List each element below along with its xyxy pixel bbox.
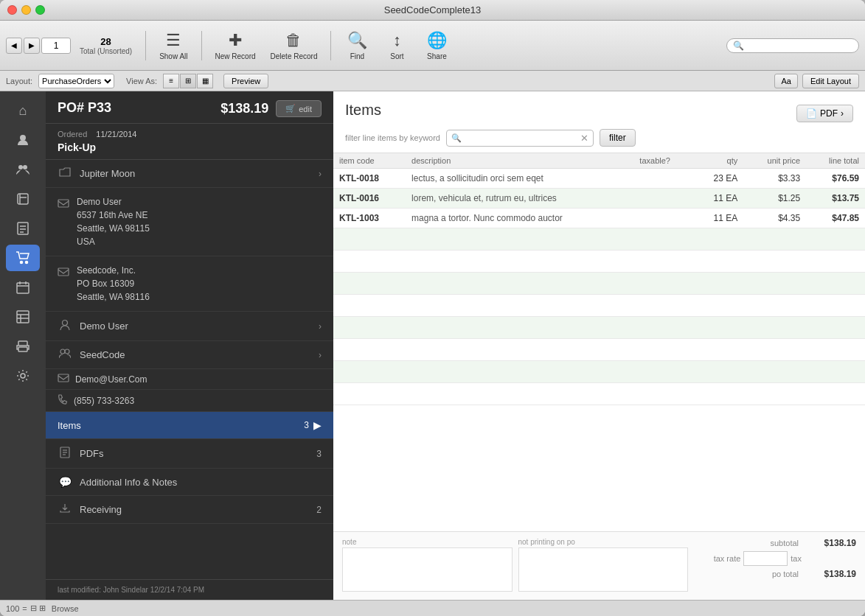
items-table-head: item code description taxable? qty unit …: [333, 153, 865, 169]
subtotal-value: $138.19: [805, 538, 856, 548]
pickup-label: Pick-Up: [58, 141, 96, 153]
sidebar-item-settings[interactable]: [6, 363, 40, 389]
svg-rect-14: [17, 311, 29, 323]
record-navigation: ◀ ▶ 1: [6, 38, 71, 54]
vendor-name: Jupiter Moon: [80, 168, 314, 179]
items-footer: note not printing on po subtotal $138.19…: [333, 531, 865, 600]
empty-table-row: [333, 361, 865, 383]
po-total-value: $138.19: [805, 569, 856, 579]
table-row: KTL-0016 lorem, vehicula et, rutrum eu, …: [333, 189, 865, 209]
record-number-input[interactable]: 1: [41, 38, 71, 54]
filter-input[interactable]: [465, 133, 580, 143]
person-icon: [58, 319, 72, 333]
mode-label: Browse: [52, 604, 79, 613]
next-record-button[interactable]: ▶: [24, 38, 40, 54]
share-button[interactable]: 🌐 Share: [418, 28, 455, 63]
table-view-button[interactable]: ⊞: [180, 74, 196, 88]
edit-layout-button[interactable]: Edit Layout: [802, 74, 859, 88]
filter-button[interactable]: filter: [600, 129, 636, 147]
item-price-cell: $4.35: [743, 209, 806, 228]
sidebar-item-home[interactable]: ⌂: [6, 97, 40, 124]
sort-button[interactable]: ↕ Sort: [378, 28, 415, 63]
zoom-level: 100 = ⊟ ⊞: [6, 603, 46, 613]
contact1-nav-item[interactable]: Demo User ›: [46, 312, 333, 341]
svg-point-0: [20, 135, 26, 141]
empty-table-row: [333, 339, 865, 361]
ordered-date: 11/21/2014: [96, 130, 136, 139]
list-view-button[interactable]: ≡: [163, 74, 179, 88]
maximize-button[interactable]: [35, 5, 45, 15]
pdf-expand-icon: ›: [841, 108, 844, 119]
item-qty-cell: 11 EA: [693, 189, 743, 209]
not-printing-area: not printing on po: [518, 538, 689, 594]
po-total-label: po total: [754, 570, 799, 578]
table-row: KTL-1003 magna a tortor. Nunc commodo au…: [333, 209, 865, 228]
not-printing-textarea[interactable]: [518, 547, 689, 592]
layoutbar: Layout: PurchaseOrders View As: ≡ ⊞ ▦ Pr…: [0, 71, 865, 91]
contact1-name: Demo User: [80, 321, 314, 332]
vendor-address: Seedcode, Inc. PO Box 16309 Seattle, WA …: [77, 264, 150, 304]
col-unit-price: unit price: [743, 153, 806, 169]
pdfs-nav-item[interactable]: PDFs 3: [46, 439, 333, 469]
zoom-value: 100: [6, 604, 19, 613]
layout-select[interactable]: PurchaseOrders: [38, 74, 114, 88]
pdf-button[interactable]: 📄 PDF ›: [796, 105, 853, 122]
contact2-nav-item[interactable]: SeedCode ›: [46, 341, 333, 369]
phone-value: (855) 733-3263: [74, 396, 134, 406]
find-icon: 🔍: [347, 31, 367, 50]
email-icon: [58, 374, 69, 385]
view-buttons: ≡ ⊞ ▦: [163, 74, 213, 88]
prev-record-button[interactable]: ◀: [6, 38, 22, 54]
sidebar-item-cart[interactable]: [6, 245, 40, 271]
close-button[interactable]: [7, 5, 17, 15]
delete-record-button[interactable]: 🗑 Delete Record: [265, 28, 324, 63]
total-count: 28: [100, 36, 111, 47]
zoom-icons: ⊟ ⊞: [30, 603, 46, 613]
svg-point-24: [60, 349, 65, 354]
svg-point-8: [21, 262, 23, 264]
preview-view-button[interactable]: ▦: [197, 74, 213, 88]
sidebar-item-document[interactable]: [6, 215, 40, 242]
filter-clear-icon[interactable]: ✕: [580, 133, 588, 144]
sidebar-item-files[interactable]: [6, 186, 40, 212]
item-taxable-cell: [633, 209, 693, 228]
window-controls: [7, 5, 45, 15]
sidebar-item-contacts[interactable]: [6, 127, 40, 153]
record-panel: PO# P33 $138.19 🛒 edit Ordered 11/21/201…: [46, 91, 333, 600]
sidebar-item-contacts2[interactable]: [6, 156, 40, 183]
note-textarea[interactable]: [342, 547, 513, 592]
contact2-name: SeedCode: [80, 349, 314, 360]
search-input[interactable]: [747, 41, 852, 51]
statusbar: 100 = ⊟ ⊞ Browse: [0, 600, 865, 616]
vendor-nav-item[interactable]: Jupiter Moon ›: [46, 160, 333, 188]
filter-section: filter line items by keyword 🔍 ✕ filter: [345, 129, 853, 147]
sidebar-item-print[interactable]: [6, 333, 40, 360]
svg-point-2: [23, 165, 27, 169]
receiving-nav-item[interactable]: Receiving 2: [46, 496, 333, 524]
receiving-icon: [58, 503, 72, 516]
phone-row: (855) 733-3263: [46, 390, 333, 412]
find-button[interactable]: 🔍 Find: [338, 28, 375, 63]
sidebar-item-table[interactable]: [6, 304, 40, 330]
edit-button[interactable]: 🛒 edit: [276, 100, 322, 117]
item-qty-cell: 23 EA: [693, 169, 743, 189]
main-content: ⌂: [0, 91, 865, 600]
items-header: Items 📄 PDF › filter line items by keywo…: [333, 91, 865, 153]
toolbar-search[interactable]: 🔍: [726, 38, 859, 53]
show-all-button[interactable]: ☰ Show All: [153, 28, 193, 63]
svg-rect-22: [58, 268, 69, 276]
notes-nav-item[interactable]: 💬 Additional Info & Notes: [46, 469, 333, 496]
aa-button[interactable]: Aa: [774, 74, 797, 88]
minimize-button[interactable]: [21, 5, 31, 15]
ship-to-address: Demo User 6537 16th Ave NE Seattle, WA 9…: [77, 195, 150, 248]
new-record-button[interactable]: ✚ New Record: [209, 28, 262, 63]
sidebar-item-calendar[interactable]: [6, 274, 40, 301]
cart-icon: 🛒: [285, 104, 296, 113]
empty-table-row: [333, 273, 865, 295]
table-header-row: item code description taxable? qty unit …: [333, 153, 865, 169]
items-nav-item[interactable]: Items 3 ▶: [46, 412, 333, 439]
record-footer: last modified: John Sindelar 12/2/14 7:0…: [46, 579, 333, 600]
people-icon: [58, 349, 72, 361]
tax-rate-input[interactable]: [743, 551, 788, 566]
preview-button[interactable]: Preview: [223, 74, 268, 88]
